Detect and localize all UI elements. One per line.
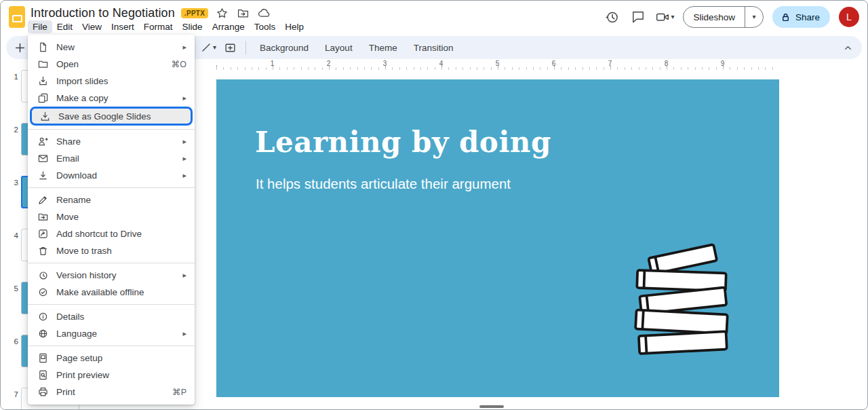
menu-item-label: Open: [56, 59, 79, 69]
submenu-arrow-icon: ▸: [182, 171, 186, 180]
menubar-tools[interactable]: Tools: [250, 20, 281, 33]
menu-item-page-setup[interactable]: Page setup: [28, 350, 195, 367]
info-icon: [37, 312, 48, 322]
notes-resize-handle[interactable]: [479, 405, 504, 408]
new-slide-button[interactable]: [12, 39, 28, 56]
menu-item-label: Email: [56, 153, 79, 164]
menu-separator: [28, 187, 195, 188]
person-add-icon: [37, 136, 48, 147]
menubar-help[interactable]: Help: [280, 20, 309, 33]
print-icon: [37, 387, 48, 398]
copy-icon: [37, 93, 48, 104]
menu-item-move-to-trash[interactable]: Move to trash: [28, 242, 195, 259]
google-slides-app: Introduction to Negotiation .PPTX FileEd…: [0, 0, 868, 410]
ruler-label: 1: [271, 60, 275, 67]
slide-canvas[interactable]: Learning by doing It helps students arti…: [216, 79, 779, 397]
slide-number: 1: [9, 73, 18, 81]
header-actions: ▾ Slideshow ▾ Share L: [603, 6, 859, 28]
import-slides-icon: [37, 76, 48, 87]
menu-item-label: Add shortcut to Drive: [56, 229, 142, 239]
menu-item-import-slides[interactable]: Import slides: [28, 73, 195, 90]
menu-item-email[interactable]: Email▸: [28, 150, 195, 167]
menu-item-make-a-copy[interactable]: Make a copy▸: [28, 90, 195, 107]
star-icon[interactable]: [214, 5, 229, 20]
slideshow-button[interactable]: Slideshow: [684, 7, 745, 27]
menu-item-make-available-offline[interactable]: Make available offline: [28, 284, 195, 301]
menu-item-label: Save as Google Slides: [58, 111, 151, 122]
share-button[interactable]: Share: [772, 6, 830, 28]
file-menu: New▸Open⌘OImport slidesMake a copy▸Save …: [28, 35, 195, 405]
menu-separator: [28, 263, 195, 263]
submenu-arrow-icon: ▸: [182, 137, 186, 146]
ruler-label: 3: [383, 60, 387, 67]
menu-item-save-as-google-slides[interactable]: Save as Google Slides: [30, 107, 193, 126]
slideshow-dropdown[interactable]: ▾: [745, 7, 763, 27]
menu-item-label: Make a copy: [56, 93, 108, 103]
slide-subtitle-textbox[interactable]: It helps students articulate their argum…: [256, 176, 511, 192]
menu-item-download[interactable]: Download▸: [28, 167, 195, 184]
menu-item-open[interactable]: Open⌘O: [28, 56, 195, 73]
ruler-label: 7: [608, 60, 612, 67]
line-tool-button[interactable]: ▾: [197, 39, 220, 56]
menubar-slide[interactable]: Slide: [178, 20, 208, 33]
menu-item-details[interactable]: Details: [28, 308, 195, 325]
slide-number: 7: [9, 390, 18, 398]
share-button-label: Share: [795, 12, 820, 22]
meet-camera-button[interactable]: ▾: [656, 10, 674, 24]
menu-item-version-history[interactable]: Version history▸: [28, 267, 195, 284]
menu-item-new[interactable]: New▸: [28, 39, 195, 56]
toolbar-button-layout[interactable]: Layout: [317, 39, 360, 56]
ruler-label: 8: [665, 60, 669, 67]
document-title[interactable]: Introduction to Negotiation: [31, 6, 175, 20]
menu-item-rename[interactable]: Rename: [28, 191, 195, 208]
hide-menus-button[interactable]: [840, 40, 855, 55]
submenu-arrow-icon: ▸: [182, 43, 186, 52]
menubar-file[interactable]: File: [28, 20, 52, 33]
plus-icon: [14, 42, 26, 54]
submenu-arrow-icon: ▸: [182, 94, 186, 102]
save-as-google-slides-icon: [39, 111, 50, 122]
email-icon: [37, 153, 48, 164]
menu-item-label: Share: [56, 136, 81, 147]
menubar-format[interactable]: Format: [139, 20, 178, 33]
account-avatar[interactable]: L: [839, 7, 859, 27]
menu-item-share[interactable]: Share▸: [28, 133, 195, 150]
menu-item-language[interactable]: Language▸: [28, 325, 195, 342]
slide-number: 2: [9, 126, 18, 134]
ruler-label: 5: [496, 60, 500, 67]
menu-item-print[interactable]: Print⌘P: [28, 384, 195, 400]
submenu-arrow-icon: ▸: [182, 154, 186, 163]
print-preview-icon: [37, 370, 48, 381]
comment-icon[interactable]: [629, 8, 647, 26]
move-folder-icon[interactable]: [235, 5, 250, 20]
cloud-status-icon[interactable]: [256, 5, 271, 20]
caret-down-icon: ▾: [752, 14, 755, 20]
download-icon: [37, 170, 48, 181]
version-history-icon[interactable]: [603, 8, 620, 26]
menu-item-label: Download: [56, 170, 97, 181]
rename-icon: [37, 195, 48, 206]
menubar-arrange[interactable]: Arrange: [208, 20, 250, 33]
submenu-arrow-icon: ▸: [182, 329, 186, 338]
ruler-label: 2: [327, 60, 331, 67]
horizontal-ruler: 123456789: [216, 60, 779, 70]
menubar-edit[interactable]: Edit: [52, 20, 77, 33]
google-slides-logo-icon[interactable]: [9, 6, 25, 28]
menu-item-move[interactable]: Move: [28, 208, 195, 225]
books-image[interactable]: [615, 242, 748, 363]
menu-item-label: Details: [56, 312, 84, 322]
menu-item-add-shortcut-to-drive[interactable]: Add shortcut to Drive: [28, 225, 195, 242]
menu-item-label: Print: [56, 387, 75, 397]
insert-placeholder-button[interactable]: [221, 39, 239, 56]
placeholder-icon: [224, 42, 236, 54]
menubar-view[interactable]: View: [77, 20, 106, 33]
slide-title-textbox[interactable]: Learning by doing: [255, 126, 551, 159]
menu-item-print-preview[interactable]: Print preview: [28, 367, 195, 384]
menu-item-label: Move: [56, 212, 79, 222]
menu-separator: [28, 304, 195, 305]
toolbar-button-background[interactable]: Background: [252, 39, 316, 56]
toolbar-button-theme[interactable]: Theme: [361, 39, 405, 56]
toolbar-button-transition[interactable]: Transition: [406, 39, 461, 56]
menubar-insert[interactable]: Insert: [106, 20, 139, 33]
offline-check-icon: [37, 287, 48, 298]
